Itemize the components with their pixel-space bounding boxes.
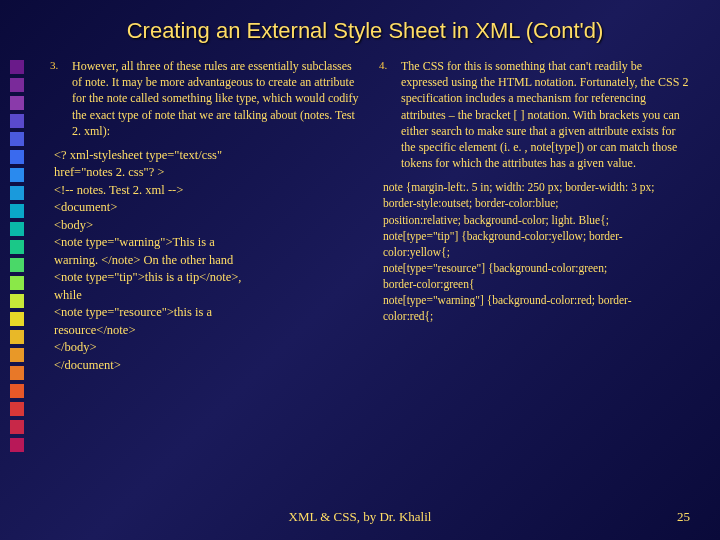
decor-square	[10, 312, 24, 326]
code-line: </body>	[54, 339, 361, 357]
code-line: warning. </note> On the other hand	[54, 252, 361, 270]
css-line: color:red{;	[379, 308, 690, 324]
left-column: 3. However, all three of these rules are…	[50, 58, 361, 374]
code-line: resource</note>	[54, 322, 361, 340]
item-number: 4.	[379, 58, 391, 171]
code-line: <document>	[54, 199, 361, 217]
xml-code-block: <? xml-stylesheet type="text/css" href="…	[50, 147, 361, 375]
item-number: 3.	[50, 58, 62, 139]
code-line: <? xml-stylesheet type="text/css"	[54, 147, 361, 165]
css-line: color:yellow{;	[379, 244, 690, 260]
decor-square	[10, 96, 24, 110]
decor-square	[10, 78, 24, 92]
decor-square	[10, 168, 24, 182]
code-line: <note type="resource">this is a	[54, 304, 361, 322]
decor-square	[10, 330, 24, 344]
css-line: position:relative; background-color; lig…	[379, 212, 690, 228]
decor-square	[10, 276, 24, 290]
decor-square	[10, 258, 24, 272]
decor-square	[10, 294, 24, 308]
left-decoration	[10, 60, 28, 452]
code-line: <body>	[54, 217, 361, 235]
decor-square	[10, 222, 24, 236]
decor-square	[10, 204, 24, 218]
slide-title: Creating an External Style Sheet in XML …	[0, 0, 720, 58]
decor-square	[10, 402, 24, 416]
decor-square	[10, 132, 24, 146]
footer-text: XML & CSS, by Dr. Khalil	[0, 509, 720, 525]
css-line: border-style:outset; border-color:blue;	[379, 195, 690, 211]
right-column: 4. The CSS for this is something that ca…	[379, 58, 690, 374]
item-text: However, all three of these rules are es…	[72, 58, 361, 139]
decor-square	[10, 384, 24, 398]
decor-square	[10, 240, 24, 254]
list-item-4: 4. The CSS for this is something that ca…	[379, 58, 690, 171]
css-code-block: note {margin-left:. 5 in; width: 250 px;…	[379, 179, 690, 324]
css-line: note {margin-left:. 5 in; width: 250 px;…	[379, 179, 690, 195]
page-number: 25	[677, 509, 690, 525]
decor-square	[10, 114, 24, 128]
decor-square	[10, 348, 24, 362]
decor-square	[10, 186, 24, 200]
decor-square	[10, 366, 24, 380]
content-columns: 3. However, all three of these rules are…	[0, 58, 720, 374]
code-line: <note type="warning">This is a	[54, 234, 361, 252]
code-line: href="notes 2. css"? >	[54, 164, 361, 182]
css-line: note[type="warning"] {background-color:r…	[379, 292, 690, 308]
code-line: <note type="tip">this is a tip</note>,	[54, 269, 361, 287]
decor-square	[10, 60, 24, 74]
code-line: while	[54, 287, 361, 305]
decor-square	[10, 438, 24, 452]
decor-square	[10, 150, 24, 164]
css-line: note[type="tip"] {background-color:yello…	[379, 228, 690, 244]
code-line: <!-- notes. Test 2. xml -->	[54, 182, 361, 200]
code-line: </document>	[54, 357, 361, 375]
css-line: note[type="resource"] {background-color:…	[379, 260, 690, 276]
item-text: The CSS for this is something that can't…	[401, 58, 690, 171]
decor-square	[10, 420, 24, 434]
list-item-3: 3. However, all three of these rules are…	[50, 58, 361, 139]
css-line: border-color:green{	[379, 276, 690, 292]
